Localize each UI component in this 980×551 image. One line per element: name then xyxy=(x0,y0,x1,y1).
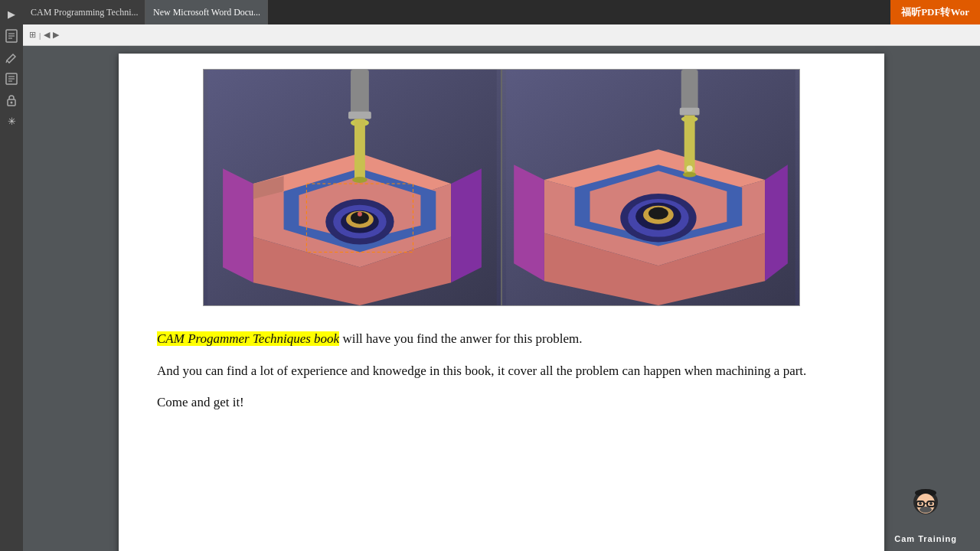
paragraph-1: CAM Progammer Techniques book will have … xyxy=(157,329,846,349)
sidebar-lock-icon[interactable] xyxy=(3,92,20,109)
svg-rect-26 xyxy=(351,70,369,116)
sidebar-star-icon[interactable]: ✳ xyxy=(3,113,20,130)
svg-rect-46 xyxy=(680,108,700,116)
svg-point-44 xyxy=(648,207,668,220)
tab-word-label: New Microsoft Word Docu... xyxy=(153,7,260,18)
svg-point-58 xyxy=(929,502,933,505)
paragraph-3: Come and get it! xyxy=(157,393,846,412)
tab-close-button[interactable]: ✕ xyxy=(267,8,268,18)
document-toolbar: ⊞ | ◀ ▶ xyxy=(23,24,980,46)
svg-rect-27 xyxy=(348,112,371,119)
toolbar-page-num: ▶ xyxy=(53,30,59,40)
svg-rect-29 xyxy=(354,119,365,180)
tab-cam-programming[interactable]: CAM Programming Techni... xyxy=(23,0,145,24)
svg-marker-36 xyxy=(514,165,544,281)
paragraph-1-rest: will have you find the anwer for this pr… xyxy=(339,331,582,346)
document-page: CAM Progammer Techniques book will have … xyxy=(119,54,884,551)
machining-image-container xyxy=(157,69,846,306)
tab-word-doc[interactable]: New Microsoft Word Docu... ✕ xyxy=(145,0,268,24)
svg-point-59 xyxy=(920,507,932,513)
sidebar-pencil-icon[interactable] xyxy=(3,49,20,66)
svg-point-50 xyxy=(687,165,693,171)
svg-marker-16 xyxy=(451,168,482,282)
left-sidebar: ▶ ✳ xyxy=(0,0,23,551)
watermark-label: Cam Training xyxy=(894,534,957,543)
toolbar-hint: ⊞ xyxy=(29,30,36,40)
machining-left xyxy=(204,70,502,305)
document-area: CAM Progammer Techniques book will have … xyxy=(23,46,980,551)
paragraph-2: And you can find a lot of experience and… xyxy=(157,361,846,381)
svg-point-31 xyxy=(358,212,362,217)
toolbar-page-nav: ◀ xyxy=(44,30,50,40)
svg-point-30 xyxy=(352,177,368,183)
svg-line-4 xyxy=(6,60,7,63)
svg-marker-37 xyxy=(765,165,788,281)
toolbar-divider: | xyxy=(39,31,41,40)
sidebar-page-icon[interactable] xyxy=(3,28,20,44)
machining-right xyxy=(502,70,799,305)
pdf-converter-badge: 福昕PDF转Wor xyxy=(890,0,980,24)
machining-image xyxy=(203,69,800,306)
tab-cam-label: CAM Programming Techni... xyxy=(31,7,139,18)
svg-point-49 xyxy=(683,172,697,178)
svg-point-10 xyxy=(11,102,13,104)
watermark-avatar-icon xyxy=(906,487,946,533)
svg-rect-45 xyxy=(681,70,698,112)
main-area: CAM Programming Techni... New Microsoft … xyxy=(23,0,980,551)
book-title-highlight: CAM Progammer Techniques book xyxy=(157,331,339,346)
svg-point-57 xyxy=(919,502,922,505)
document-text: CAM Progammer Techniques book will have … xyxy=(157,329,846,412)
tab-bar: CAM Programming Techni... New Microsoft … xyxy=(23,0,980,24)
svg-marker-15 xyxy=(223,168,253,282)
sidebar-play-icon[interactable]: ▶ xyxy=(3,6,20,23)
sidebar-list-icon[interactable] xyxy=(3,70,20,87)
cam-training-watermark: Cam Training xyxy=(894,487,957,543)
